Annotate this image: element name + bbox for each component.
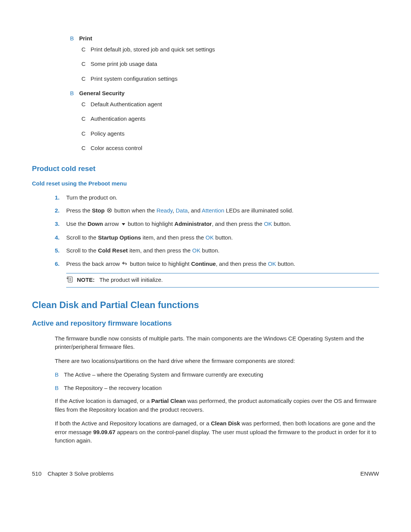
- bullet-c-icon: C: [81, 45, 91, 54]
- step-text: Scroll to the Startup Options item, and …: [66, 233, 233, 242]
- list-item-text: Print default job, stored job and quick …: [91, 45, 215, 54]
- step-text: Use the Down arrow button to highlight A…: [66, 220, 291, 228]
- step-text: Turn the product on.: [66, 193, 118, 202]
- bullet-b-icon: B: [55, 384, 64, 393]
- heading-clean-disk: Clean Disk and Partial Clean functions: [32, 298, 379, 312]
- list-item: C Some print job usage data: [81, 60, 379, 69]
- note-box: NOTE: The product will initialize.: [66, 273, 379, 288]
- list-item-text: Some print job usage data: [91, 60, 157, 69]
- bullet-b-icon: B: [55, 371, 64, 379]
- svg-marker-3: [122, 223, 125, 225]
- subheading-firmware: Active and repository firmware locations: [32, 318, 379, 329]
- step-number: 3.: [55, 220, 66, 228]
- note-icon: [66, 276, 75, 285]
- paragraph: There are two locations/partitions on th…: [55, 357, 379, 366]
- list-item: C Authentication agents: [81, 115, 379, 123]
- section-label: General Security: [79, 89, 124, 98]
- list-item-text: The Active – where the Operating System …: [64, 371, 263, 379]
- paragraph: If both the Active and Repository locati…: [55, 419, 379, 445]
- step-1: 1. Turn the product on.: [55, 193, 379, 202]
- list-item: C Print default job, stored job and quic…: [81, 45, 379, 54]
- list-item: C Policy agents: [81, 129, 379, 138]
- heading-cold-reset: Product cold reset: [32, 163, 379, 174]
- bullet-c-icon: C: [81, 100, 91, 109]
- section-print: B Print: [70, 34, 379, 43]
- list-item: C Color access control: [81, 144, 379, 153]
- bullet-c-icon: C: [81, 115, 91, 123]
- steps-list: 1. Turn the product on. 2. Press the Sto…: [55, 193, 379, 268]
- note-content: NOTE: The product will initialize.: [77, 276, 163, 284]
- step-number: 2.: [55, 206, 66, 215]
- step-number: 4.: [55, 233, 66, 242]
- section-security: B General Security: [70, 89, 379, 98]
- stop-icon: [107, 207, 112, 216]
- list-item-text: Color access control: [91, 144, 142, 153]
- bullet-c-icon: C: [81, 144, 91, 153]
- step-text: Press the Stop button when the Ready, Da…: [66, 206, 293, 215]
- bullet-c-icon: C: [81, 75, 91, 83]
- bullet-c-icon: C: [81, 60, 91, 69]
- bullet-b-icon: B: [70, 34, 79, 43]
- step-text: Press the back arrow button twice to hig…: [66, 260, 295, 268]
- step-5: 5. Scroll to the Cold Reset item, and th…: [55, 246, 379, 255]
- paragraph: If the Active location is damaged, or a …: [55, 397, 379, 414]
- bullet-b-icon: B: [70, 89, 79, 98]
- step-number: 1.: [55, 193, 66, 202]
- bullet-c-icon: C: [81, 129, 91, 138]
- step-4: 4. Scroll to the Startup Options item, a…: [55, 233, 379, 242]
- down-arrow-icon: [121, 220, 126, 229]
- step-number: 5.: [55, 246, 66, 255]
- list-item-text: Default Authentication agent: [91, 100, 162, 109]
- section-label: Print: [79, 34, 92, 43]
- paragraph: The firmware bundle now consists of mult…: [55, 334, 379, 351]
- note-label: NOTE:: [77, 276, 95, 283]
- list-item-text: Authentication agents: [91, 115, 145, 123]
- step-6: 6. Press the back arrow button twice to …: [55, 260, 379, 268]
- step-2: 2. Press the Stop button when the Ready,…: [55, 206, 379, 215]
- list-item: C Print system configuration settings: [81, 75, 379, 83]
- page-number: 510: [32, 470, 41, 478]
- list-item-text: The Repository – the recovery location: [64, 384, 162, 393]
- list-item: C Default Authentication agent: [81, 100, 379, 109]
- subheading-cold-reset: Cold reset using the Preboot menu: [32, 179, 379, 188]
- page-footer: 510 Chapter 3 Solve problems ENWW: [0, 470, 411, 494]
- list-item: B The Active – where the Operating Syste…: [55, 371, 379, 379]
- footer-right: ENWW: [360, 470, 379, 478]
- step-number: 6.: [55, 260, 66, 268]
- step-text: Scroll to the Cold Reset item, and then …: [66, 246, 220, 255]
- step-3: 3. Use the Down arrow button to highligh…: [55, 220, 379, 228]
- list-item: B The Repository – the recovery location: [55, 384, 379, 393]
- chapter-label: Chapter 3 Solve problems: [48, 470, 113, 478]
- note-text: The product will initialize.: [99, 276, 163, 283]
- back-arrow-icon: [122, 260, 127, 268]
- list-item-text: Print system configuration settings: [91, 75, 177, 83]
- list-item-text: Policy agents: [91, 129, 124, 138]
- document-page: B Print C Print default job, stored job …: [0, 0, 411, 470]
